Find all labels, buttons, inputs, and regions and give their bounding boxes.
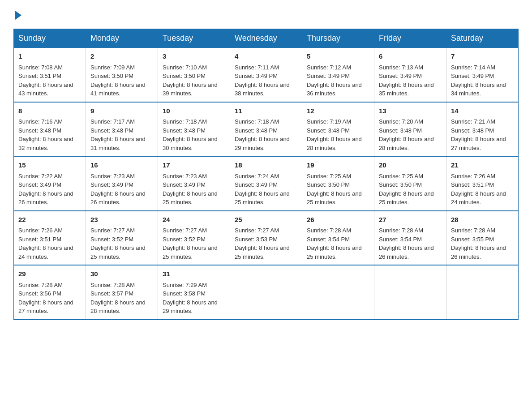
day-sunset: Sunset: 3:49 PM (307, 72, 369, 81)
day-number: 16 (90, 160, 153, 171)
day-number: 13 (379, 106, 442, 116)
day-sunset: Sunset: 3:49 PM (18, 180, 81, 189)
day-number: 2 (90, 51, 153, 62)
day-number: 1 (18, 51, 81, 62)
day-number: 23 (90, 215, 153, 225)
day-cell: 25Sunrise: 7:27 AMSunset: 3:53 PMDayligh… (230, 211, 302, 265)
day-daylight: Daylight: 8 hours and 25 minutes. (307, 189, 369, 207)
calendar-table: SundayMondayTuesdayWednesdayThursdayFrid… (13, 29, 519, 320)
day-sunset: Sunset: 3:48 PM (235, 126, 297, 135)
day-sunrise: Sunrise: 7:18 AM (235, 117, 297, 126)
day-sunset: Sunset: 3:49 PM (235, 180, 297, 189)
day-sunset: Sunset: 3:48 PM (163, 126, 225, 135)
day-cell: 11Sunrise: 7:18 AMSunset: 3:48 PMDayligh… (230, 102, 302, 157)
day-sunrise: Sunrise: 7:24 AM (235, 172, 297, 181)
day-sunrise: Sunrise: 7:26 AM (18, 226, 81, 235)
day-number: 6 (379, 51, 442, 62)
header-cell-wednesday: Wednesday (230, 29, 302, 48)
day-number: 7 (451, 51, 514, 62)
day-sunset: Sunset: 3:50 PM (307, 180, 369, 189)
day-sunset: Sunset: 3:50 PM (90, 72, 153, 81)
day-daylight: Daylight: 8 hours and 25 minutes. (307, 244, 369, 261)
header-cell-saturday: Saturday (446, 29, 519, 48)
day-sunset: Sunset: 3:51 PM (451, 180, 514, 189)
day-sunset: Sunset: 3:52 PM (90, 235, 153, 244)
day-sunset: Sunset: 3:51 PM (18, 72, 81, 81)
day-daylight: Daylight: 8 hours and 28 minutes. (379, 135, 442, 152)
day-daylight: Daylight: 8 hours and 27 minutes. (451, 135, 514, 152)
day-number: 25 (235, 215, 297, 225)
day-cell: 17Sunrise: 7:23 AMSunset: 3:49 PMDayligh… (158, 156, 230, 211)
day-cell: 10Sunrise: 7:18 AMSunset: 3:48 PMDayligh… (158, 102, 230, 157)
day-sunset: Sunset: 3:48 PM (451, 126, 514, 135)
day-sunrise: Sunrise: 7:28 AM (90, 281, 153, 290)
day-cell (446, 265, 519, 320)
day-number: 12 (307, 106, 369, 116)
day-daylight: Daylight: 8 hours and 41 minutes. (90, 81, 153, 98)
day-sunrise: Sunrise: 7:23 AM (163, 172, 225, 181)
day-cell: 28Sunrise: 7:28 AMSunset: 3:55 PMDayligh… (446, 211, 519, 265)
day-daylight: Daylight: 8 hours and 28 minutes. (307, 135, 369, 152)
day-daylight: Daylight: 8 hours and 26 minutes. (379, 244, 442, 261)
day-daylight: Daylight: 8 hours and 25 minutes. (163, 244, 225, 261)
day-sunset: Sunset: 3:54 PM (307, 235, 369, 244)
day-sunrise: Sunrise: 7:20 AM (379, 117, 442, 126)
day-sunrise: Sunrise: 7:29 AM (163, 281, 225, 290)
day-number: 19 (307, 160, 369, 171)
day-sunrise: Sunrise: 7:17 AM (90, 117, 153, 126)
day-sunrise: Sunrise: 7:08 AM (18, 63, 81, 72)
day-daylight: Daylight: 8 hours and 29 minutes. (163, 298, 225, 316)
day-sunrise: Sunrise: 7:25 AM (307, 172, 369, 181)
day-number: 17 (163, 160, 225, 171)
day-sunset: Sunset: 3:52 PM (163, 235, 225, 244)
day-cell (230, 265, 302, 320)
day-daylight: Daylight: 8 hours and 26 minutes. (451, 244, 514, 261)
day-cell: 7Sunrise: 7:14 AMSunset: 3:49 PMDaylight… (446, 48, 519, 102)
day-sunset: Sunset: 3:50 PM (379, 180, 442, 189)
day-cell: 31Sunrise: 7:29 AMSunset: 3:58 PMDayligh… (158, 265, 230, 320)
day-sunset: Sunset: 3:57 PM (90, 289, 153, 298)
day-daylight: Daylight: 8 hours and 35 minutes. (379, 81, 442, 98)
day-sunset: Sunset: 3:48 PM (379, 126, 442, 135)
day-sunset: Sunset: 3:56 PM (18, 289, 81, 298)
header-cell-thursday: Thursday (302, 29, 374, 48)
day-number: 21 (451, 160, 514, 171)
day-sunrise: Sunrise: 7:26 AM (451, 172, 514, 181)
logo-arrow-icon (15, 11, 21, 20)
day-number: 5 (307, 51, 369, 62)
day-daylight: Daylight: 8 hours and 25 minutes. (235, 189, 297, 207)
header-cell-monday: Monday (86, 29, 158, 48)
day-number: 11 (235, 106, 297, 116)
day-number: 8 (18, 106, 81, 116)
header-row: SundayMondayTuesdayWednesdayThursdayFrid… (14, 29, 519, 48)
day-sunrise: Sunrise: 7:16 AM (18, 117, 81, 126)
day-sunset: Sunset: 3:49 PM (379, 72, 442, 81)
day-cell: 4Sunrise: 7:11 AMSunset: 3:49 PMDaylight… (230, 48, 302, 102)
day-number: 29 (18, 269, 81, 279)
calendar-body: 1Sunrise: 7:08 AMSunset: 3:51 PMDaylight… (14, 48, 519, 320)
page-header (13, 9, 519, 20)
day-cell (302, 265, 374, 320)
day-cell: 1Sunrise: 7:08 AMSunset: 3:51 PMDaylight… (14, 48, 86, 102)
day-daylight: Daylight: 8 hours and 26 minutes. (18, 189, 81, 207)
day-sunrise: Sunrise: 7:10 AM (163, 63, 225, 72)
day-daylight: Daylight: 8 hours and 24 minutes. (451, 189, 514, 207)
day-sunset: Sunset: 3:55 PM (451, 235, 514, 244)
day-daylight: Daylight: 8 hours and 43 minutes. (18, 81, 81, 98)
day-sunrise: Sunrise: 7:19 AM (307, 117, 369, 126)
day-number: 27 (379, 215, 442, 225)
day-cell: 23Sunrise: 7:27 AMSunset: 3:52 PMDayligh… (86, 211, 158, 265)
day-daylight: Daylight: 8 hours and 32 minutes. (18, 135, 81, 152)
day-sunset: Sunset: 3:48 PM (307, 126, 369, 135)
day-daylight: Daylight: 8 hours and 26 minutes. (90, 189, 153, 207)
day-sunrise: Sunrise: 7:11 AM (235, 63, 297, 72)
week-row-3: 15Sunrise: 7:22 AMSunset: 3:49 PMDayligh… (14, 156, 519, 211)
day-daylight: Daylight: 8 hours and 29 minutes. (235, 135, 297, 152)
day-daylight: Daylight: 8 hours and 36 minutes. (307, 81, 369, 98)
day-cell: 9Sunrise: 7:17 AMSunset: 3:48 PMDaylight… (86, 102, 158, 157)
day-cell: 21Sunrise: 7:26 AMSunset: 3:51 PMDayligh… (446, 156, 519, 211)
header-cell-sunday: Sunday (14, 29, 86, 48)
day-daylight: Daylight: 8 hours and 25 minutes. (163, 189, 225, 207)
week-row-1: 1Sunrise: 7:08 AMSunset: 3:51 PMDaylight… (14, 48, 519, 102)
day-daylight: Daylight: 8 hours and 25 minutes. (235, 244, 297, 261)
